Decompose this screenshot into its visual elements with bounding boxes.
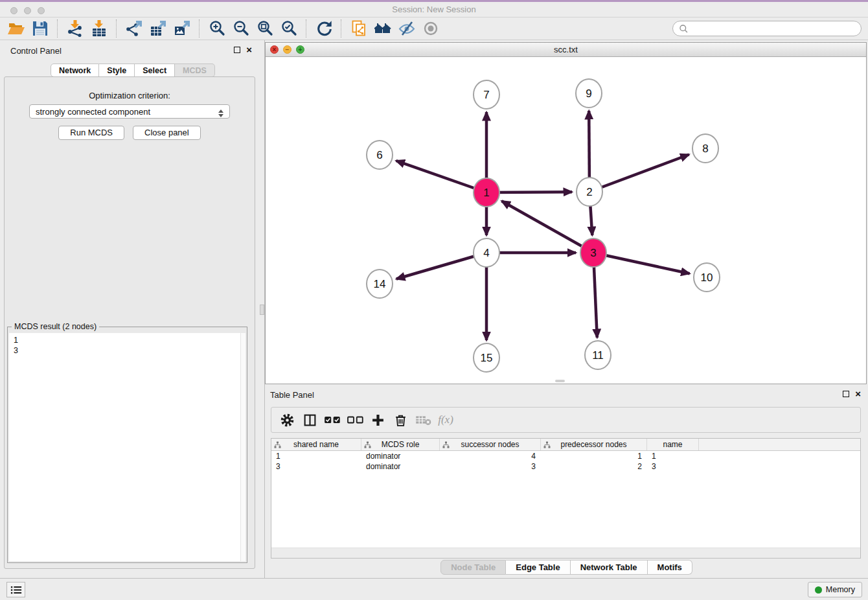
close-panel-button[interactable]: Close panel <box>133 126 201 140</box>
node-8[interactable]: 8 <box>692 134 718 163</box>
node-11[interactable]: 11 <box>585 341 611 369</box>
close-network-button[interactable] <box>270 45 279 54</box>
search-input[interactable] <box>692 24 855 34</box>
table-cell[interactable]: dominator <box>361 461 440 472</box>
node-label: 11 <box>592 349 604 362</box>
node-9[interactable]: 9 <box>576 79 602 108</box>
node-15[interactable]: 15 <box>474 343 499 372</box>
network-window-titlebar[interactable]: scc.txt <box>266 43 866 57</box>
deselect-all-columns-button[interactable] <box>345 411 365 429</box>
zoom-network-button[interactable] <box>296 45 304 54</box>
node-label: 3 <box>590 247 596 259</box>
table-settings-button[interactable] <box>277 411 297 429</box>
table-header-row: shared nameMCDS rolesuccessor nodesprede… <box>271 439 860 451</box>
export-image-button[interactable] <box>170 19 194 38</box>
task-history-button[interactable] <box>6 582 25 597</box>
table-cell[interactable]: 1 <box>647 451 699 461</box>
table-hscroll-track[interactable] <box>271 548 860 558</box>
network-graph[interactable]: 1234678910111415 <box>266 57 866 383</box>
tab-network-table[interactable]: Network Table <box>571 560 648 575</box>
node-7[interactable]: 7 <box>474 80 499 109</box>
table-cell[interactable]: dominator <box>361 451 440 461</box>
network-hscroll-handle[interactable] <box>555 380 565 382</box>
create-column-icon <box>371 413 385 427</box>
minimize-network-button[interactable] <box>283 45 291 54</box>
column-header-shared-name[interactable]: shared name <box>271 439 361 450</box>
table-cell[interactable]: 2 <box>541 461 647 472</box>
zoom-selected-button[interactable] <box>277 19 301 38</box>
float-table-panel-icon[interactable] <box>843 391 849 397</box>
minimize-window-button[interactable] <box>24 7 31 14</box>
node-10[interactable]: 10 <box>694 263 720 292</box>
show-graphics-details-button[interactable] <box>418 19 442 38</box>
table-row[interactable]: 3dominator323 <box>271 461 860 472</box>
edge-2-8[interactable] <box>589 155 689 192</box>
node-2[interactable]: 2 <box>577 178 602 206</box>
node-label: 2 <box>586 186 592 198</box>
create-column-button[interactable] <box>368 411 387 429</box>
open-session-button[interactable] <box>4 19 28 38</box>
table-row[interactable]: 1dominator411 <box>271 451 860 461</box>
close-table-panel-icon[interactable] <box>855 391 861 397</box>
result-scrollbar[interactable] <box>240 333 246 561</box>
export-table-icon <box>150 20 166 37</box>
table-body: 1dominator4113dominator323 <box>271 451 860 472</box>
toolbar-separator <box>116 19 117 38</box>
node-6[interactable]: 6 <box>367 141 393 169</box>
panel-split-handle[interactable] <box>260 305 264 315</box>
table-cell[interactable]: 3 <box>440 461 541 472</box>
node-1[interactable]: 1 <box>474 178 499 207</box>
delete-columns-button[interactable] <box>391 411 410 429</box>
zoom-in-button[interactable] <box>205 19 229 38</box>
export-network-button[interactable] <box>122 19 146 38</box>
memory-button[interactable]: Memory <box>808 582 862 597</box>
table-cell[interactable]: 3 <box>647 461 699 472</box>
import-table-button[interactable] <box>87 19 111 38</box>
float-panel-icon[interactable] <box>234 47 240 53</box>
node-14[interactable]: 14 <box>367 270 393 298</box>
zoom-window-button[interactable] <box>38 7 45 14</box>
hide-graphics-details-button[interactable] <box>394 19 418 38</box>
clone-network-button[interactable] <box>347 19 371 38</box>
node-table[interactable]: shared nameMCDS rolesuccessor nodesprede… <box>271 438 861 559</box>
save-session-icon <box>32 20 49 37</box>
close-panel-icon[interactable] <box>246 47 252 53</box>
tab-node-table[interactable]: Node Table <box>440 560 506 575</box>
edge-4-14[interactable] <box>396 253 486 279</box>
table-cell[interactable]: 1 <box>271 451 361 461</box>
optimization-criterion-select[interactable]: strongly connected component <box>29 104 230 119</box>
edge-3-1[interactable] <box>502 201 594 253</box>
node-4[interactable]: 4 <box>474 238 499 267</box>
split-view-button[interactable] <box>300 411 319 429</box>
edge-3-10[interactable] <box>593 253 690 273</box>
node-3[interactable]: 3 <box>580 238 606 267</box>
edge-1-6[interactable] <box>396 161 487 192</box>
tab-motifs[interactable]: Motifs <box>648 560 692 575</box>
zoom-fit-button[interactable] <box>253 19 277 38</box>
tab-edge-table[interactable]: Edge Table <box>506 560 570 575</box>
tab-select[interactable]: Select <box>135 63 175 77</box>
table-cell[interactable]: 4 <box>440 451 541 461</box>
column-header-label: successor nodes <box>461 440 519 449</box>
select-all-columns-button[interactable] <box>323 411 342 429</box>
column-header-successor-nodes[interactable]: successor nodes <box>440 439 541 450</box>
save-session-button[interactable] <box>28 19 52 38</box>
table-settings-icon <box>280 413 294 427</box>
tab-network[interactable]: Network <box>51 63 99 77</box>
column-header-MCDS-role[interactable]: MCDS role <box>361 439 440 450</box>
run-mcds-button[interactable]: Run MCDS <box>58 126 124 140</box>
import-network-button[interactable] <box>63 19 87 38</box>
tab-style[interactable]: Style <box>99 63 135 77</box>
column-header-name[interactable]: name <box>647 439 699 450</box>
table-cell[interactable]: 1 <box>541 451 647 461</box>
search-box[interactable] <box>672 21 862 36</box>
export-table-button[interactable] <box>146 19 170 38</box>
refresh-view-button[interactable] <box>312 19 336 38</box>
column-header-predecessor-nodes[interactable]: predecessor nodes <box>541 439 647 450</box>
close-window-button[interactable] <box>10 7 17 14</box>
network-overview-button[interactable] <box>371 19 394 38</box>
toolbar-separator <box>57 19 58 38</box>
zoom-out-button[interactable] <box>229 19 253 38</box>
table-cell[interactable]: 3 <box>271 461 361 472</box>
tab-mcds[interactable]: MCDS <box>175 63 215 77</box>
